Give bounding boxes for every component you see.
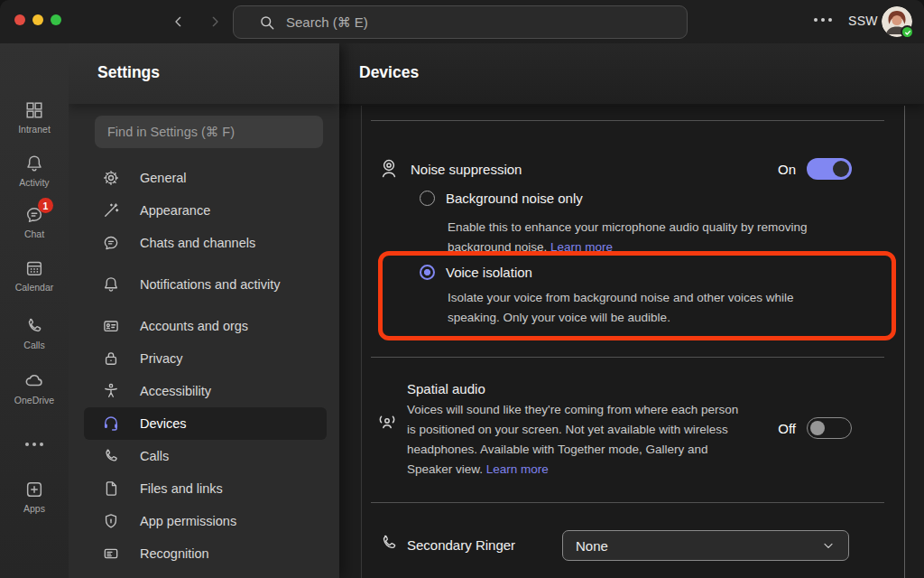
devices-panel: Devices Noise suppression On Background … [339, 43, 924, 578]
sidebar-item-accounts-and-orgs[interactable]: Accounts and orgs [84, 310, 327, 342]
lock-icon [102, 350, 120, 368]
sidebar-item-label: Chats and channels [140, 236, 255, 250]
rail-item-activity[interactable]: Activity [0, 153, 69, 188]
sidebar-item-notifications[interactable]: Notifications and activity [84, 268, 327, 301]
chat-icon: 1 [23, 204, 45, 226]
voice-isolation-option[interactable]: Voice isolation [420, 265, 532, 280]
spatial-audio-toggle[interactable] [807, 417, 852, 439]
settings-header: Settings [69, 43, 339, 104]
rail-item-onedrive[interactable]: OneDrive [0, 370, 69, 406]
recognition-icon [102, 545, 120, 563]
person-alert-icon [23, 574, 45, 578]
secondary-ringer-value: None [576, 538, 608, 554]
spatial-audio-label: Spatial audio [407, 381, 738, 396]
rail-item-intranet[interactable]: Intranet [0, 99, 69, 135]
sidebar-item-label: Calls [140, 449, 169, 463]
bell-icon [23, 153, 45, 174]
sidebar-item-label: Files and links [140, 481, 223, 496]
sidebar-item-label: Privacy [140, 351, 183, 366]
sidebar-item-label: General [140, 171, 187, 185]
more-options-button[interactable] [810, 13, 836, 27]
sidebar-item-devices[interactable]: Devices [84, 407, 327, 440]
sidebar-item-label: Accessibility [140, 384, 211, 398]
search-icon [258, 14, 276, 35]
back-button[interactable] [168, 11, 189, 33]
global-search[interactable] [233, 5, 688, 39]
background-noise-only-option[interactable]: Background noise only [420, 191, 583, 206]
chat-icon [102, 234, 120, 252]
apps-icon [23, 479, 45, 500]
bell-icon [102, 275, 120, 294]
phone-icon [23, 315, 45, 337]
rail-item-calls[interactable]: Calls [0, 315, 69, 350]
learn-more-link[interactable]: Learn more [550, 240, 613, 254]
devices-title: Devices [359, 63, 419, 82]
sidebar-item-files-and-links[interactable]: Files and links [84, 472, 327, 505]
devices-header: Devices [339, 43, 924, 104]
secondary-ringer-dropdown[interactable]: None [562, 530, 849, 561]
shield-icon [102, 512, 120, 530]
secondary-ringer-label: Secondary Ringer [407, 537, 515, 553]
noise-suppression-toggle[interactable] [807, 158, 852, 180]
settings-sidebar: Settings General Appearance Chats and ch… [69, 43, 339, 578]
sidebar-item-chats-and-channels[interactable]: Chats and channels [84, 227, 327, 259]
rail-item-chat[interactable]: 1 Chat [0, 204, 69, 239]
phone-icon [102, 447, 120, 465]
teams-settings-window: SSW Intranet Activity [0, 0, 924, 578]
titlebar: SSW [0, 0, 924, 43]
sidebar-item-label: Accounts and orgs [140, 319, 248, 333]
noise-suppression-state: On [778, 162, 796, 177]
find-in-settings-input[interactable] [95, 116, 323, 148]
rail-item-people-alert[interactable] [0, 574, 69, 578]
rail-item-apps[interactable]: Apps [0, 479, 69, 514]
spatial-audio-state: Off [778, 421, 796, 436]
sidebar-item-appearance[interactable]: Appearance [84, 194, 327, 227]
settings-nav-list: General Appearance Chats and channels No… [69, 162, 339, 578]
calendar-icon [23, 257, 45, 279]
search-input[interactable] [286, 6, 674, 38]
headset-icon [102, 415, 120, 433]
app-rail: Intranet Activity 1 Chat Calendar Ca [0, 43, 69, 578]
rail-item-more[interactable] [0, 434, 69, 455]
sidebar-item-label: Devices [140, 416, 187, 431]
sidebar-item-accessibility[interactable]: Accessibility [84, 375, 327, 407]
sidebar-item-app-permissions[interactable]: App permissions [84, 505, 327, 537]
section-divider [371, 357, 884, 358]
presence-available-icon [901, 25, 914, 39]
close-window-button[interactable] [14, 14, 25, 25]
user-avatar[interactable] [882, 6, 912, 37]
minimize-window-button[interactable] [32, 14, 43, 25]
sidebar-item-calls[interactable]: Calls [84, 440, 327, 472]
sidebar-item-recognition[interactable]: Recognition [84, 537, 327, 570]
accessibility-icon [102, 382, 120, 400]
sidebar-item-privacy[interactable]: Privacy [84, 342, 327, 375]
noise-suppression-row: Noise suppression On [378, 158, 852, 180]
radio-unselected-icon[interactable] [420, 191, 435, 206]
gear-icon [102, 169, 120, 187]
section-divider [371, 502, 884, 503]
user-initials-label: SSW [848, 14, 878, 28]
noise-suppression-label: Noise suppression [411, 162, 522, 177]
spatial-audio-icon [376, 411, 398, 433]
file-icon [102, 480, 120, 498]
spatial-audio-toggle-row: Off [778, 417, 852, 439]
chevron-right-icon [208, 14, 222, 29]
forward-button[interactable] [204, 11, 226, 33]
rail-item-calendar[interactable]: Calendar [0, 257, 69, 293]
cloud-icon [23, 370, 45, 392]
spatial-audio-text: Spatial audio Voices will sound like the… [407, 381, 738, 480]
radio-selected-icon[interactable] [420, 265, 435, 280]
sidebar-item-general[interactable]: General [84, 162, 327, 194]
voice-isolation-description: Isolate your voice from background noise… [448, 288, 793, 328]
id-card-icon [102, 317, 120, 335]
sidebar-item-label: Appearance [140, 203, 210, 218]
sidebar-item-partial[interactable] [84, 570, 327, 578]
devices-scroll-area: Noise suppression On Background noise on… [361, 106, 905, 578]
learn-more-link[interactable]: Learn more [486, 462, 549, 476]
sidebar-item-label: Recognition [140, 546, 209, 561]
sidebar-item-label: Notifications and activity [140, 277, 281, 292]
sidebar-item-label: App permissions [140, 514, 236, 528]
chevron-left-icon [171, 14, 186, 29]
zoom-window-button[interactable] [51, 14, 61, 25]
section-divider [371, 120, 884, 121]
